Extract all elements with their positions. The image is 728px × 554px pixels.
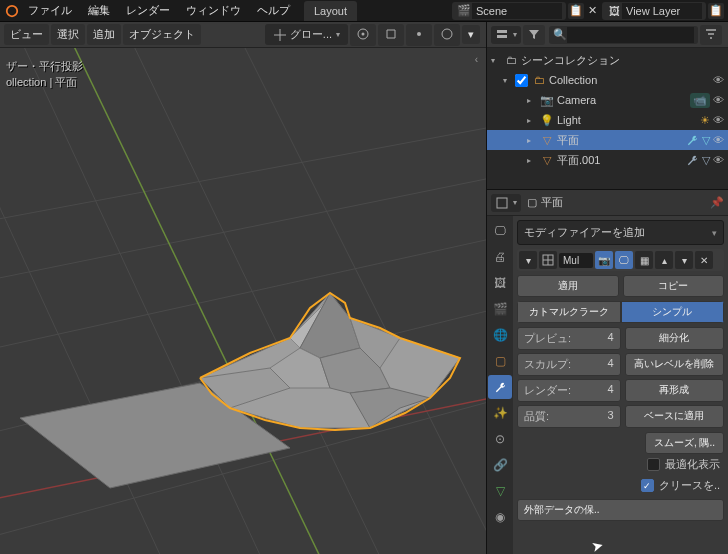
viewlayer-browse-icon[interactable]: 📋 — [708, 3, 724, 19]
tab-physics[interactable]: ⊙ — [488, 427, 512, 451]
add-modifier-dropdown[interactable]: モディファイアーを追加 — [517, 220, 724, 245]
tab-scene[interactable]: 🎬 — [488, 297, 512, 321]
add-menu[interactable]: 追加 — [87, 24, 121, 45]
object-menu[interactable]: オブジェクト — [123, 24, 201, 45]
preview-level-field[interactable]: プレビュ:4 — [517, 327, 621, 350]
menu-file[interactable]: ファイル — [20, 0, 80, 21]
tab-mesh[interactable]: ▽ — [488, 479, 512, 503]
modifier-name-input[interactable]: Mul — [559, 253, 593, 268]
tree-item-camera[interactable]: ▸ 📷 Camera 📹👁 — [487, 90, 728, 110]
modifier-show-viewport[interactable]: 🖵 — [615, 251, 633, 269]
scene-selector[interactable]: 🎬 — [452, 2, 566, 20]
tree-scene-collection[interactable]: ▾🗀 シーンコレクション — [487, 50, 728, 70]
camera-data-icon[interactable]: 📹 — [690, 93, 710, 108]
outliner-search-input[interactable] — [567, 27, 694, 43]
menu-help[interactable]: ヘルプ — [249, 0, 298, 21]
tab-modifiers[interactable] — [488, 375, 512, 399]
visibility-toggle[interactable]: 👁 — [713, 74, 724, 86]
scene-name-input[interactable] — [472, 3, 562, 19]
svg-rect-22 — [497, 30, 507, 33]
reshape-button[interactable]: 再形成 — [625, 379, 725, 402]
viewport-3d[interactable]: ザー・平行投影 ollection | 平面 ‹ — [0, 48, 486, 554]
visibility-toggle[interactable]: 👁 — [713, 114, 724, 126]
tree-item-light[interactable]: ▸ 💡 Light ☀👁 — [487, 110, 728, 130]
mesh-plane-terrain — [200, 293, 460, 430]
visibility-toggle[interactable]: 👁 — [713, 154, 724, 166]
outliner-header: 🔍 — [487, 22, 728, 48]
modifier-icon-btn[interactable] — [539, 251, 557, 269]
tab-particles[interactable]: ✨ — [488, 401, 512, 425]
subdivide-button[interactable]: 細分化 — [625, 327, 725, 350]
modifier-delete[interactable]: ✕ — [695, 251, 713, 269]
modifier-move-up[interactable]: ▴ — [655, 251, 673, 269]
top-menu-bar: ファイル 編集 レンダー ウィンドウ ヘルプ Layout 🎬 📋 ✕ 🖼 📋 — [0, 0, 728, 22]
optimal-display-checkbox[interactable]: 最適化表示 — [517, 454, 724, 475]
menu-render[interactable]: レンダー — [118, 0, 178, 21]
outliner-search[interactable]: 🔍 — [549, 26, 698, 44]
uv-smooth-dropdown[interactable]: スムーズ, 隅.. — [645, 432, 724, 454]
type-catmull-clark[interactable]: カトマルクラーク — [517, 301, 621, 323]
apply-base-button[interactable]: ベースに適用 — [625, 405, 725, 428]
viewlayer-selector[interactable]: 🖼 — [602, 2, 706, 20]
modifier-icon[interactable] — [686, 154, 699, 167]
properties-context-label: 平面 — [541, 195, 563, 210]
tree-item-plane001[interactable]: ▸ ▽ 平面.001 ▽ 👁 — [487, 150, 728, 170]
outliner-type-dropdown[interactable] — [491, 26, 521, 44]
tab-viewlayer[interactable]: 🖼 — [488, 271, 512, 295]
collection-checkbox[interactable] — [515, 74, 528, 87]
visibility-toggle[interactable]: 👁 — [713, 134, 724, 146]
snap-type-dropdown[interactable] — [406, 24, 432, 46]
viewport-canvas — [0, 48, 486, 554]
modifier-icon[interactable] — [686, 134, 699, 147]
mesh-data-icon[interactable]: ▽ — [702, 154, 710, 167]
quality-field[interactable]: 品質:3 — [517, 405, 621, 428]
copy-button[interactable]: コピー — [623, 275, 725, 297]
delete-higher-button[interactable]: 高いレベルを削除 — [625, 353, 725, 376]
type-simple[interactable]: シンプル — [621, 301, 725, 323]
axis-icon — [273, 28, 287, 42]
tab-world[interactable]: 🌐 — [488, 323, 512, 347]
tab-object[interactable]: ▢ — [488, 349, 512, 373]
tree-item-plane-active[interactable]: ▸ ▽ 平面 ▽ 👁 — [487, 130, 728, 150]
tab-output[interactable]: 🖨 — [488, 245, 512, 269]
svg-line-6 — [0, 168, 486, 288]
tab-material[interactable]: ◉ — [488, 505, 512, 529]
viewport-header: オブジェクト ビュー 選択 追加 オブジェクト グロー... ▾ — [0, 22, 486, 48]
use-crease-checkbox[interactable]: クリースを.. — [517, 475, 724, 496]
select-menu[interactable]: 選択 — [51, 24, 85, 45]
scene-close-icon[interactable]: ✕ — [584, 3, 600, 19]
properties-tabs: 🖵 🖨 🖼 🎬 🌐 ▢ ✨ ⊙ 🔗 ▽ ◉ — [487, 216, 513, 554]
snap-toggle[interactable] — [378, 24, 404, 46]
menu-edit[interactable]: 編集 — [80, 0, 118, 21]
outliner-filter-dropdown[interactable] — [523, 25, 545, 45]
save-external-button[interactable]: 外部データの保.. — [517, 499, 724, 521]
visibility-toggle[interactable]: 👁 — [713, 94, 724, 106]
modifier-move-down[interactable]: ▾ — [675, 251, 693, 269]
proportional-toggle[interactable] — [434, 24, 460, 46]
workspace-tab-layout[interactable]: Layout — [304, 1, 357, 21]
view-menu[interactable]: ビュー — [4, 24, 49, 45]
sculpt-level-field[interactable]: スカルプ:4 — [517, 353, 621, 376]
outliner-filter-icon[interactable] — [700, 25, 722, 45]
scene-browse-icon[interactable]: 📋 — [568, 3, 584, 19]
light-data-icon[interactable]: ☀ — [700, 114, 710, 127]
proportional-type-dropdown[interactable]: ▾ — [462, 25, 480, 44]
properties-type-dropdown[interactable] — [491, 194, 521, 212]
viewlayer-name-input[interactable] — [622, 3, 702, 19]
tab-constraints[interactable]: 🔗 — [488, 453, 512, 477]
pivot-dropdown[interactable] — [350, 24, 376, 46]
modifier-expand-toggle[interactable]: ▾ — [519, 251, 537, 269]
orientation-dropdown[interactable]: グロー... — [265, 24, 348, 45]
apply-button[interactable]: 適用 — [517, 275, 619, 297]
modifier-show-render[interactable]: 📷 — [595, 251, 613, 269]
mesh-data-icon[interactable]: ▽ — [702, 134, 710, 147]
modifier-show-editmode[interactable]: ▦ — [635, 251, 653, 269]
menu-window[interactable]: ウィンドウ — [178, 0, 249, 21]
render-level-field[interactable]: レンダー:4 — [517, 379, 621, 402]
pin-icon[interactable]: 📌 — [710, 196, 724, 209]
tree-collection[interactable]: ▾ 🗀 Collection 👁 — [487, 70, 728, 90]
tab-render[interactable]: 🖵 — [488, 219, 512, 243]
chevron-left-icon[interactable]: ‹ — [475, 54, 478, 65]
properties-panel: ▢ 平面 📌 🖵 🖨 🖼 🎬 🌐 ▢ ✨ ⊙ 🔗 ▽ ◉ モディファイアーを追加… — [486, 190, 728, 554]
svg-rect-24 — [497, 198, 507, 208]
